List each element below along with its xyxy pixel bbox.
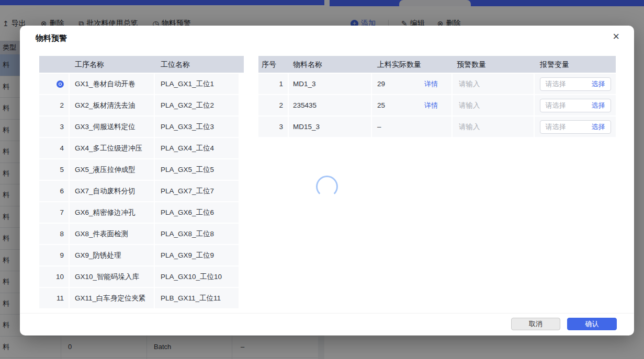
cell-station: PLA_GX6_工位6 (155, 202, 239, 223)
cell-alarm-var: 请选择 选择 (535, 74, 616, 94)
station-table: 工序名称 工位名称 GX1_卷材自动开卷 PLA_GX1_工位1 2 GX2_板… (39, 56, 244, 309)
cell-process: GX4_多工位级进冲压 (70, 138, 154, 158)
cell-alarm-var: 请选择 选择 (535, 95, 616, 115)
material-row: 1 MD1_3 29 详情 请选择 选择 (258, 74, 616, 94)
material-row: 2 235435 25 详情 请选择 选择 (258, 95, 616, 115)
cell-station: PLB_GX11_工位11 (155, 288, 239, 308)
cell-station: PLA_GX1_工位1 (155, 74, 239, 94)
qty-value: 25 (377, 101, 385, 109)
cell-index: 8 (39, 224, 69, 244)
cell-process: GX5_液压拉伸成型 (70, 159, 154, 180)
cell-warn-qty (453, 95, 534, 115)
dialog-title: 物料预警 (36, 33, 67, 43)
cell-alarm-var: 请选择 选择 (535, 117, 616, 137)
alarm-var-select[interactable]: 请选择 选择 (540, 77, 611, 91)
col-process-name: 工序名称 (75, 56, 104, 73)
station-row[interactable]: 4 GX4_多工位级进冲压 PLA_GX4_工位4 (39, 138, 239, 158)
cell-index: 11 (39, 288, 69, 308)
station-row[interactable]: 10 GX10_智能码垛入库 PLA_GX10_工位10 (39, 267, 239, 287)
cell-warn-qty (453, 74, 534, 94)
station-row[interactable]: 2 GX2_板材清洗去油 PLA_GX2_工位2 (39, 95, 239, 115)
alarm-var-select[interactable]: 请选择 选择 (540, 120, 611, 134)
cell-material-name: MD1_3 (289, 74, 371, 94)
cell-no: 3 (258, 117, 288, 137)
cell-index: 6 (39, 181, 69, 201)
qty-value: 29 (377, 80, 385, 88)
close-icon[interactable]: × (613, 31, 619, 42)
select-placeholder: 请选择 (546, 79, 566, 89)
cell-process: GX2_板材清洗去油 (70, 95, 154, 115)
station-row[interactable]: 11 GX11_白车身定位夹紧 PLB_GX11_工位11 (39, 288, 239, 308)
select-placeholder: 请选择 (546, 122, 566, 132)
cell-no: 1 (258, 74, 288, 94)
cell-station: PLA_GX9_工位9 (155, 245, 239, 265)
cell-actual-qty: 25 详情 (372, 95, 451, 115)
qty-value: – (377, 123, 381, 131)
alarm-var-select[interactable]: 请选择 选择 (540, 99, 611, 112)
cell-process: GX9_防锈处理 (70, 245, 154, 265)
cell-process: GX7_自动废料分切 (70, 181, 154, 201)
cell-material-name: MD15_3 (289, 117, 371, 137)
station-row[interactable]: 6 GX7_自动废料分切 PLA_GX7_工位7 (39, 181, 239, 201)
cell-no: 2 (258, 95, 288, 115)
cell-index: 10 (39, 267, 69, 287)
station-row[interactable]: 9 GX9_防锈处理 PLA_GX9_工位9 (39, 245, 239, 265)
col-warn-qty: 预警数量 (457, 56, 486, 73)
material-warning-dialog: 物料预警 × 工序名称 工位名称 GX1_卷材自动开卷 PLA_GX1_工位1 … (20, 26, 634, 335)
cancel-button[interactable]: 取消 (511, 318, 560, 330)
cell-index: 7 (39, 202, 69, 223)
cell-process: GX6_精密修边冲孔 (70, 202, 154, 223)
cell-station: PLA_GX4_工位4 (155, 138, 239, 158)
cell-index: 5 (39, 159, 69, 180)
choose-link[interactable]: 选择 (592, 79, 605, 89)
dialog-footer: 取消 确认 (20, 313, 634, 330)
col-alarm-var: 报警变量 (540, 56, 569, 73)
detail-link[interactable]: 详情 (424, 101, 438, 110)
cell-process: GX8_件表面检测 (70, 224, 154, 244)
cell-process: GX3_伺服送料定位 (70, 117, 154, 137)
col-station-name: 工位名称 (161, 56, 190, 73)
select-placeholder: 请选择 (546, 101, 566, 110)
warn-qty-input[interactable] (453, 117, 534, 137)
cell-station: PLA_GX8_工位8 (155, 224, 239, 244)
station-row[interactable]: 7 GX6_精密修边冲孔 PLA_GX6_工位6 (39, 202, 239, 223)
material-table-header: 序号 物料名称 上料实际数量 预警数量 报警变量 (258, 56, 616, 73)
cell-station: PLA_GX5_工位5 (155, 159, 239, 180)
col-actual-qty: 上料实际数量 (377, 56, 421, 73)
detail-link[interactable]: 详情 (424, 79, 438, 89)
warn-qty-input[interactable] (453, 74, 534, 94)
cell-index: 3 (39, 117, 69, 137)
station-table-header: 工序名称 工位名称 (39, 56, 244, 73)
radio-selected-icon[interactable] (57, 80, 64, 88)
cell-station: PLA_GX10_工位10 (155, 267, 239, 287)
cell-process: GX1_卷材自动开卷 (70, 74, 154, 94)
station-row[interactable]: 3 GX3_伺服送料定位 PLA_GX3_工位3 (39, 117, 239, 137)
station-row[interactable]: 5 GX5_液压拉伸成型 PLA_GX5_工位5 (39, 159, 239, 180)
cell-station: PLA_GX3_工位3 (155, 117, 239, 137)
col-material-name: 物料名称 (293, 56, 322, 73)
cell-actual-qty: – (372, 117, 451, 137)
choose-link[interactable]: 选择 (592, 101, 605, 110)
cell-process: GX11_白车身定位夹紧 (70, 288, 154, 308)
station-row-selected[interactable]: GX1_卷材自动开卷 PLA_GX1_工位1 (39, 74, 239, 94)
cell-material-name: 235435 (289, 95, 371, 115)
cell-index: 2 (39, 95, 69, 115)
cell-index: 4 (39, 138, 69, 158)
cell-station: PLA_GX2_工位2 (155, 95, 239, 115)
col-no: 序号 (262, 56, 276, 73)
station-row[interactable]: 8 GX8_件表面检测 PLA_GX8_工位8 (39, 224, 239, 244)
cell-actual-qty: 29 详情 (372, 74, 451, 94)
cell-warn-qty (453, 117, 534, 137)
material-table: 序号 物料名称 上料实际数量 预警数量 报警变量 1 MD1_3 29 详情 (258, 56, 616, 309)
warn-qty-input[interactable] (453, 95, 534, 115)
choose-link[interactable]: 选择 (592, 122, 605, 132)
loading-spinner (316, 176, 338, 198)
material-row: 3 MD15_3 – 请选择 选择 (258, 117, 616, 137)
cell-process: GX10_智能码垛入库 (70, 267, 154, 287)
cell-station: PLA_GX7_工位7 (155, 181, 239, 201)
confirm-button[interactable]: 确认 (567, 318, 617, 330)
cell-index: 9 (39, 245, 69, 265)
